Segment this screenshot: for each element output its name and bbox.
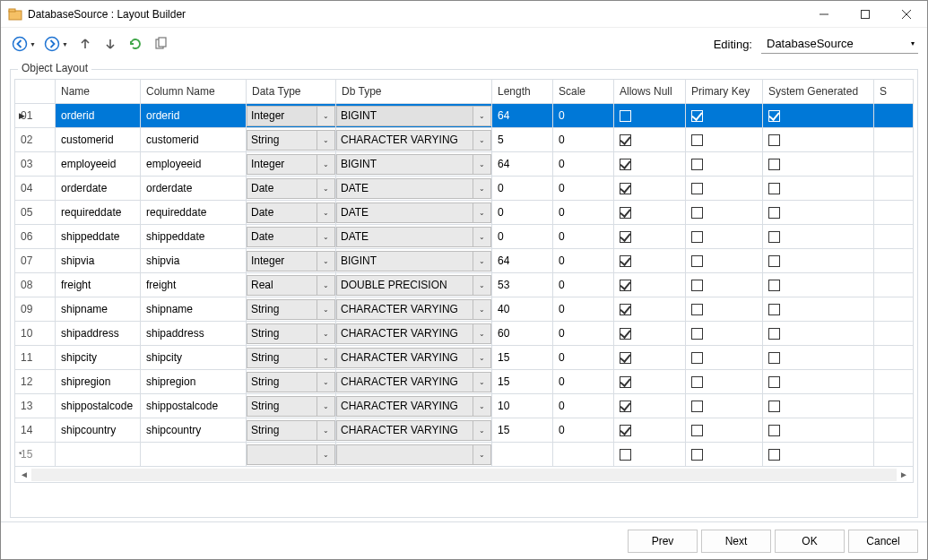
table-row[interactable]: 14shipcountryshipcountryString⌄CHARACTER… (15, 418, 914, 443)
cell-extra[interactable] (874, 346, 914, 370)
cell-db-type[interactable]: CHARACTER VARYING⌄ (336, 394, 492, 418)
horizontal-scrollbar[interactable]: ◄ ► (14, 467, 914, 483)
cell-extra[interactable] (874, 225, 914, 249)
cell-scale[interactable]: 0 (553, 225, 614, 249)
checkbox[interactable] (691, 255, 703, 267)
scroll-right-icon[interactable]: ► (897, 470, 911, 479)
cell-name[interactable]: shipaddress (56, 322, 141, 346)
checkbox[interactable] (620, 304, 631, 315)
checkbox[interactable] (620, 449, 631, 461)
cell-column-name[interactable] (141, 443, 247, 467)
cell-extra[interactable] (874, 322, 914, 346)
cell-primary-key[interactable] (686, 273, 763, 297)
cell-length[interactable]: 0 (492, 225, 553, 249)
checkbox[interactable] (691, 159, 703, 170)
cell-data-type[interactable]: Real⌄ (247, 273, 336, 297)
cell-primary-key[interactable] (686, 297, 763, 322)
cell-primary-key[interactable] (686, 418, 763, 443)
cell-column-name[interactable]: shippostalcode (141, 394, 247, 418)
header-db-type[interactable]: Db Type (336, 80, 492, 104)
table-row[interactable]: 02customeridcustomeridString⌄CHARACTER V… (15, 128, 914, 152)
cell-system-generated[interactable] (763, 370, 874, 394)
db-type-select[interactable]: CHARACTER VARYING⌄ (336, 299, 491, 320)
table-row[interactable]: *15⌄⌄ (15, 443, 914, 467)
cell-extra[interactable] (874, 297, 914, 322)
row-indicator[interactable]: 08 (15, 273, 56, 297)
cell-db-type[interactable]: DATE⌄ (336, 225, 492, 249)
db-type-select[interactable]: BIGINT⌄ (336, 154, 491, 175)
cell-name[interactable]: freight (56, 273, 141, 297)
ok-button[interactable]: OK (775, 530, 845, 553)
cell-name[interactable] (56, 443, 141, 467)
data-type-select[interactable]: String⌄ (247, 348, 335, 368)
checkbox[interactable] (768, 183, 780, 194)
cell-name[interactable]: shippostalcode (56, 394, 141, 418)
checkbox[interactable] (768, 328, 780, 340)
cell-primary-key[interactable] (686, 443, 763, 467)
checkbox[interactable] (620, 376, 631, 388)
cell-system-generated[interactable] (763, 177, 874, 201)
cell-extra[interactable] (874, 152, 914, 177)
db-type-select[interactable]: CHARACTER VARYING⌄ (336, 323, 491, 344)
cell-extra[interactable] (874, 443, 914, 467)
cell-data-type[interactable]: String⌄ (247, 370, 336, 394)
cell-allows-null[interactable] (614, 370, 686, 394)
cell-extra[interactable] (874, 273, 914, 297)
row-indicator[interactable]: 06 (15, 225, 56, 249)
cell-name[interactable]: customerid (56, 128, 141, 152)
table-row[interactable]: 05requireddaterequireddateDate⌄DATE⌄00 (15, 201, 914, 225)
cell-allows-null[interactable] (614, 152, 686, 177)
cell-db-type[interactable]: CHARACTER VARYING⌄ (336, 128, 492, 152)
cell-extra[interactable] (874, 370, 914, 394)
cell-column-name[interactable]: shipvia (141, 249, 247, 273)
cell-scale[interactable]: 0 (553, 273, 614, 297)
cell-db-type[interactable]: BIGINT⌄ (336, 249, 492, 273)
data-type-select[interactable]: String⌄ (247, 396, 335, 417)
checkbox[interactable] (620, 352, 631, 364)
header-indicator[interactable] (15, 80, 56, 104)
checkbox[interactable] (768, 255, 780, 267)
cell-data-type[interactable]: String⌄ (247, 128, 336, 152)
checkbox[interactable] (620, 110, 631, 122)
cell-name[interactable]: employeeid (56, 152, 141, 177)
cell-column-name[interactable]: orderdate (141, 177, 247, 201)
cell-primary-key[interactable] (686, 201, 763, 225)
cell-extra[interactable] (874, 418, 914, 443)
data-type-select[interactable]: Date⌄ (247, 227, 335, 247)
data-type-select[interactable]: Real⌄ (247, 275, 335, 296)
table-row[interactable]: 10shipaddressshipaddressString⌄CHARACTER… (15, 322, 914, 346)
db-type-select[interactable]: ⌄ (336, 444, 491, 465)
cell-data-type[interactable]: Date⌄ (247, 225, 336, 249)
cell-allows-null[interactable] (614, 322, 686, 346)
cell-scale[interactable]: 0 (553, 249, 614, 273)
cell-length[interactable]: 0 (492, 177, 553, 201)
db-type-select[interactable]: DATE⌄ (336, 178, 491, 199)
prev-button[interactable]: Prev (628, 530, 698, 553)
cell-scale[interactable] (553, 443, 614, 467)
table-row[interactable]: 07shipviashipviaInteger⌄BIGINT⌄640 (15, 249, 914, 273)
checkbox[interactable] (620, 255, 631, 267)
cell-scale[interactable]: 0 (553, 201, 614, 225)
row-indicator[interactable]: 13 (15, 394, 56, 418)
cell-scale[interactable]: 0 (553, 297, 614, 322)
cell-scale[interactable]: 0 (553, 394, 614, 418)
data-type-select[interactable]: Date⌄ (247, 202, 335, 223)
cell-allows-null[interactable] (614, 128, 686, 152)
data-type-select[interactable]: String⌄ (247, 299, 335, 320)
checkbox[interactable] (691, 280, 703, 291)
db-type-select[interactable]: CHARACTER VARYING⌄ (336, 348, 491, 368)
checkbox[interactable] (691, 328, 703, 340)
cell-extra[interactable] (874, 128, 914, 152)
header-extra[interactable]: S (874, 80, 914, 104)
cell-primary-key[interactable] (686, 128, 763, 152)
cell-scale[interactable]: 0 (553, 418, 614, 443)
refresh-button[interactable] (125, 33, 146, 55)
checkbox[interactable] (768, 449, 780, 461)
cell-column-name[interactable]: shippeddate (141, 225, 247, 249)
header-allows-null[interactable]: Allows Null (614, 80, 686, 104)
cell-scale[interactable]: 0 (553, 104, 614, 128)
cell-allows-null[interactable] (614, 297, 686, 322)
back-button[interactable]: ▼ (10, 33, 39, 55)
cell-column-name[interactable]: requireddate (141, 201, 247, 225)
cell-allows-null[interactable] (614, 346, 686, 370)
